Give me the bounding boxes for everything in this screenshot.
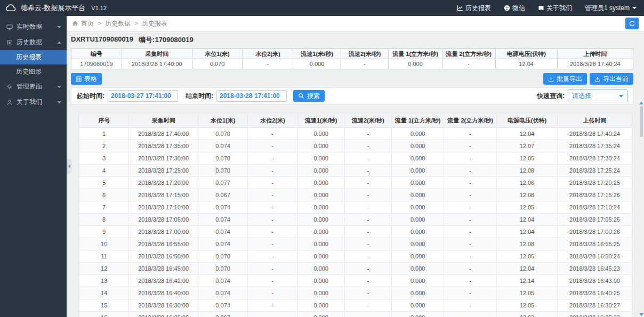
- nav-link-history-report[interactable]: 历史报表: [457, 4, 491, 13]
- breadcrumb-separator: >: [98, 20, 101, 27]
- table-cell: -: [248, 312, 297, 317]
- table-cell: 0.067: [198, 312, 247, 317]
- quick-query-select[interactable]: 请选择: [568, 90, 627, 102]
- start-time-input[interactable]: [108, 90, 178, 102]
- content: DXRTU1709080019 编号:1709080019 编号采集时间水位1(…: [67, 31, 644, 317]
- column-header: 流量 1(立方米/秒): [391, 113, 444, 128]
- breadcrumb-item-history-data[interactable]: 历史数据: [105, 19, 131, 28]
- table-cell: -: [344, 226, 391, 238]
- table-tab-button[interactable]: 表格: [71, 73, 102, 85]
- chevron-down-icon: [57, 86, 61, 88]
- table-cell: 12.04: [496, 214, 557, 226]
- table-cell: 0.000: [391, 128, 444, 140]
- batch-export-button[interactable]: 批量导出: [543, 73, 587, 85]
- search-icon: [298, 93, 304, 99]
- table-cell: 12.08: [496, 165, 557, 177]
- scroll-down-arrow[interactable]: [639, 313, 643, 316]
- chevron-up-icon: [57, 42, 61, 44]
- table-cell: 12.04: [496, 128, 557, 140]
- table-cell: 0.000: [297, 165, 344, 177]
- table-cell: -: [444, 201, 497, 214]
- filter-bar: 起始时间: 结束时间: 搜索 快速查询: 请选择: [71, 87, 633, 104]
- table-cell: 0.000: [297, 238, 344, 250]
- table-cell: 13: [79, 275, 129, 287]
- cloud-icon: [5, 4, 17, 12]
- sidebar-item-history-data[interactable]: 历史数据: [0, 35, 67, 50]
- header-row: 序号采集时间水位1(米)水位2(米)流速1(米/秒)流速2(米/秒)流量 1(立…: [79, 113, 632, 128]
- document-icon: [6, 39, 13, 46]
- table-cell: 0.000: [297, 312, 344, 317]
- sidebar-collapse-handle[interactable]: [67, 159, 71, 174]
- table-cell: -: [344, 263, 391, 275]
- column-header: 流量 1(立方米/秒): [389, 49, 442, 59]
- table-cell: 0.000: [391, 275, 444, 287]
- table-cell: -: [344, 201, 391, 214]
- table-cell: 9: [79, 226, 129, 238]
- table-cell: 0.000: [391, 152, 444, 165]
- table-cell: 0.074: [198, 140, 247, 152]
- sidebar-item-realtime-data[interactable]: 实时数据: [0, 19, 67, 35]
- sidebar-item-label: 关于我们: [17, 97, 42, 107]
- table-cell: 0.074: [198, 201, 247, 214]
- table-cell: 12.14: [496, 275, 557, 287]
- scrollbar-thumb[interactable]: [640, 106, 643, 137]
- table-cell: -: [344, 275, 391, 287]
- home-icon: [72, 20, 78, 27]
- chevron-left-icon: [68, 164, 70, 168]
- table-cell: 0.000: [297, 299, 344, 312]
- monitor-icon: [6, 24, 13, 30]
- table-cell: 2018/3/28 17:35:00: [129, 140, 198, 152]
- sidebar-item-label: 实时数据: [17, 22, 42, 31]
- refresh-button[interactable]: [625, 18, 639, 29]
- table-cell: 0.000: [297, 201, 344, 214]
- table-cell: -: [344, 140, 391, 152]
- sidebar-item-admin[interactable]: 管理界面: [0, 79, 67, 94]
- table-cell: -: [248, 214, 297, 226]
- sidebar-item-about[interactable]: 关于我们: [0, 94, 67, 110]
- table-cell: 12.05: [496, 299, 557, 312]
- column-header: 水位1(米): [198, 113, 247, 128]
- table-cell: 2018/3/28 16:55:00: [129, 238, 198, 250]
- column-header: 流速1(米/秒): [293, 49, 341, 59]
- search-button[interactable]: 搜索: [293, 90, 325, 102]
- table-cell: 2: [79, 140, 129, 152]
- table-cell: 2018/3/28 17:20:25: [557, 177, 632, 189]
- table-row: 162018/3/28 16:25:000.067-0.000-0.000-12…: [79, 312, 632, 317]
- table-cell: -: [344, 152, 391, 165]
- table-cell: 0.070: [198, 152, 247, 165]
- device-name: DXRTU1709080019: [71, 35, 133, 45]
- table-row: 32018/3/28 17:30:000.070-0.000-0.000-12.…: [79, 152, 632, 165]
- table-cell: -: [444, 299, 497, 312]
- table-cell: 2018/3/28 17:20:00: [129, 177, 198, 189]
- table-cell: 15: [79, 299, 129, 312]
- table-cell: 0.070: [192, 59, 243, 69]
- table-cell: 0.000: [391, 214, 444, 226]
- table-cell: 2018/3/28 17:40:24: [557, 128, 632, 140]
- table-cell: 0.000: [297, 226, 344, 238]
- table-row: 52018/3/28 17:20:000.077-0.000-0.000-12.…: [79, 177, 632, 189]
- table-cell: -: [248, 140, 297, 152]
- breadcrumb-item-home[interactable]: 首页: [81, 19, 94, 28]
- nav-link-about[interactable]: 关于我们: [538, 4, 572, 13]
- nav-link-wechat[interactable]: 微信: [504, 4, 525, 13]
- chart-icon: [457, 5, 463, 11]
- quick-query-label: 快速查询:: [537, 92, 565, 101]
- scroll-up-arrow[interactable]: [639, 102, 643, 104]
- table-cell: -: [444, 165, 497, 177]
- table-cell: 11: [79, 250, 129, 263]
- column-header: 流量 2(立方米/秒): [442, 49, 495, 59]
- sidebar-item-history-report[interactable]: 历史报表: [0, 50, 67, 64]
- sidebar-item-history-graph[interactable]: 历史图形: [0, 64, 67, 79]
- scrollbar[interactable]: [639, 101, 643, 316]
- table-cell: 0.000: [297, 287, 344, 299]
- table-cell: -: [344, 287, 391, 299]
- sidebar-subitem-label: 历史报表: [16, 53, 42, 62]
- device-code: 编号:1709080019: [139, 35, 194, 45]
- table-cell: 0.074: [198, 226, 247, 238]
- layout: 实时数据 历史数据 历史报表 历史图形 管理界面 关于我们: [0, 16, 644, 317]
- table-cell: 2018/3/28 17:35:24: [557, 140, 632, 152]
- table-cell: -: [248, 201, 297, 214]
- user-menu[interactable]: 管理员1 system: [585, 4, 637, 13]
- export-current-button[interactable]: 导出当前: [590, 73, 633, 85]
- end-time-input[interactable]: [216, 90, 287, 102]
